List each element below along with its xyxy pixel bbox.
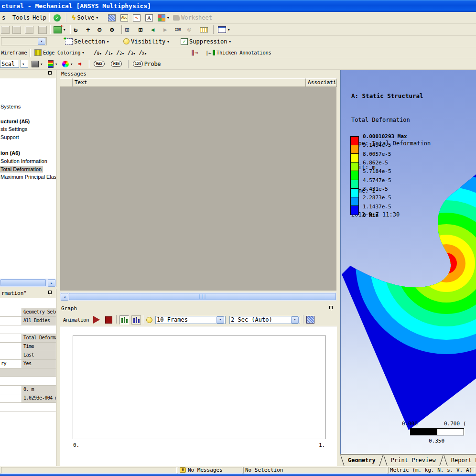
geometry-display-button[interactable]: ▾ — [32, 58, 43, 69]
details-row[interactable]: 0. m — [0, 386, 56, 394]
status-messages-cell[interactable]: 0No Messages — [178, 467, 242, 474]
animation-play-button[interactable] — [93, 313, 100, 326]
tree-horizontal-scrollbar[interactable]: ▸ — [0, 279, 56, 287]
contour-display-button[interactable]: ▾ — [62, 58, 73, 69]
messages-col-text[interactable]: Text — [73, 78, 306, 87]
edge-mode-button[interactable]: ∕2▾ — [116, 49, 124, 56]
new-chart-button[interactable]: ∿ — [133, 12, 141, 23]
legend-band — [351, 171, 358, 180]
tab-print-preview[interactable]: Print Preview — [383, 455, 444, 465]
box-zoom-button[interactable]: ⊡ — [139, 24, 142, 35]
image-capture-button[interactable]: ▾ — [158, 12, 169, 23]
zoom-in-button[interactable]: ⊕ — [110, 24, 114, 35]
legend-label: 3.431e-5 — [363, 186, 388, 192]
export-video-button[interactable] — [306, 313, 314, 326]
previous-view-button[interactable]: ◀ — [151, 24, 154, 35]
tree-item[interactable]: Support — [0, 134, 21, 141]
details-row[interactable]: Time — [0, 343, 56, 351]
legend-band — [351, 162, 358, 171]
legend-label: 8.0057e-5 — [363, 151, 391, 157]
messages-col-association[interactable]: Association — [306, 78, 337, 87]
separator — [70, 25, 70, 34]
show-max-button[interactable]: MAX — [94, 58, 105, 69]
wireframe-button[interactable]: Wireframe — [1, 47, 27, 58]
pin-icon[interactable] — [48, 71, 52, 77]
details-row[interactable]: Geometry Sele... — [0, 308, 56, 317]
ruler-toggle-button[interactable] — [200, 24, 208, 35]
details-row[interactable]: 1.0293e-004 m — [0, 394, 56, 403]
iso-view-button[interactable]: ISO — [175, 24, 181, 35]
rotate-mode-button[interactable]: ▾ — [54, 24, 65, 35]
status-units-cell[interactable]: Metric (m, kg, N, s, V, A) — [388, 467, 475, 474]
graph-toolbar: Animation 10 Frames▾ 2 Sec (Auto)▾ — [60, 313, 337, 326]
suppression-menu-button[interactable]: ✓ Suppression ▾ — [181, 36, 231, 47]
messages-list-area[interactable] — [60, 87, 336, 291]
edge-direction-icon[interactable]: ‖→ — [191, 47, 198, 58]
thicken-arrow-icon: |← — [206, 50, 211, 55]
named-selection-combo[interactable]: ▾ — [1, 36, 47, 47]
menu-item-truncated[interactable]: s — [0, 12, 7, 23]
tree-item[interactable]: uctural (A5) — [0, 118, 31, 125]
thicken-annotations-button[interactable]: |← Thicken Annotations — [206, 47, 271, 58]
edge-mode-button[interactable]: ∕3▾ — [128, 49, 136, 56]
tree-item[interactable]: Maximum Principal Elastic — [0, 173, 56, 180]
new-comment-button[interactable]: A — [145, 12, 153, 23]
new-label-button[interactable]: Abc — [120, 12, 128, 23]
details-row[interactable]: All Bodies — [0, 317, 56, 325]
graph-x-min-label: 0. — [73, 442, 79, 448]
tree-item[interactable]: Total Deformation — [0, 166, 43, 173]
edge-mode-button[interactable]: ∕1▾ — [105, 49, 113, 56]
edge-coloring-button[interactable]: Edge Coloring ▾ — [34, 47, 84, 58]
contour-legend-bar — [350, 136, 359, 215]
navigation-toolbar-row: ▾ ↻ + ⊖ ⊕ ⊡ ⊡ ◀ ▶ ISO ☺ ▾ — [0, 24, 476, 36]
tree-item[interactable]: Systems — [0, 103, 22, 110]
messages-col-blank[interactable] — [60, 78, 73, 87]
left-splitter[interactable] — [56, 70, 60, 466]
abc-label-icon: Abc — [120, 14, 128, 22]
graph-plot-area[interactable] — [73, 335, 326, 439]
details-row[interactable]: Last — [0, 351, 56, 360]
vector-display-button[interactable]: ⇉ — [78, 58, 81, 69]
legend-bars-icon — [48, 60, 54, 68]
result-sets-toggle[interactable] — [119, 313, 129, 326]
messages-horizontal-scrollbar[interactable]: ◂ ||| — [60, 292, 336, 301]
tab-geometry[interactable]: Geometry — [340, 455, 383, 465]
duration-combo[interactable]: 2 Sec (Auto)▾ — [229, 313, 300, 326]
new-figure-button[interactable] — [108, 12, 116, 23]
menu-item-tools[interactable]: Tools — [11, 12, 32, 23]
edge-mode-button[interactable]: ∕X▾ — [139, 49, 147, 56]
contour-bands-button[interactable]: ▾ — [48, 58, 57, 69]
solve-button[interactable]: ϟ Solve ▾ — [72, 12, 98, 23]
solve-dropdown-arrow[interactable]: ▾ — [96, 15, 98, 20]
center-splitter[interactable] — [337, 70, 340, 466]
edge-mode-button[interactable]: ∕0▾ — [94, 49, 102, 56]
zoom-fit-button[interactable]: ⊡ — [125, 24, 129, 35]
pin-icon[interactable] — [48, 291, 52, 296]
tab-report-preview[interactable]: Report Pr — [444, 455, 476, 465]
visibility-menu-button[interactable]: Visibility ▾ — [123, 36, 170, 47]
show-min-button[interactable]: MIN — [111, 58, 122, 69]
probe-button[interactable]: 123 Probe — [133, 58, 161, 69]
tree-item[interactable]: Solution Information — [0, 158, 49, 164]
pencil-icon: ∕ — [105, 49, 108, 56]
time-decay-toggle[interactable] — [131, 313, 141, 326]
rotate-button[interactable]: ↻ — [74, 24, 77, 35]
viewports-button[interactable]: ▾ — [218, 24, 230, 35]
title-bar[interactable]: ctural - Mechanical [ANSYS Multiphysics] — [0, 0, 476, 12]
result-viewport[interactable]: A: Static Structural Total Deformation T… — [340, 70, 476, 454]
selection-menu-button[interactable]: Selection ▾ — [65, 36, 109, 47]
scale-combo[interactable]: Scal ▾ — [0, 58, 28, 69]
messages-column-headers: Text Association — [60, 78, 337, 87]
animation-stop-button[interactable] — [105, 313, 112, 326]
menu-item-help[interactable]: Help — [31, 12, 48, 23]
pan-button[interactable]: + — [86, 24, 90, 35]
pin-icon[interactable] — [329, 306, 333, 312]
update-graph-button[interactable] — [146, 313, 152, 326]
details-panel-header: rmation" — [0, 289, 56, 298]
tree-item[interactable]: sis Settings — [0, 126, 29, 132]
tree-item[interactable]: ion (A6) — [0, 150, 22, 156]
details-row[interactable]: ryYes — [0, 360, 56, 368]
zoom-out-button[interactable]: ⊖ — [97, 24, 101, 35]
details-row[interactable]: Total Deforma... — [0, 334, 56, 343]
frames-combo[interactable]: 10 Frames▾ — [155, 313, 226, 326]
